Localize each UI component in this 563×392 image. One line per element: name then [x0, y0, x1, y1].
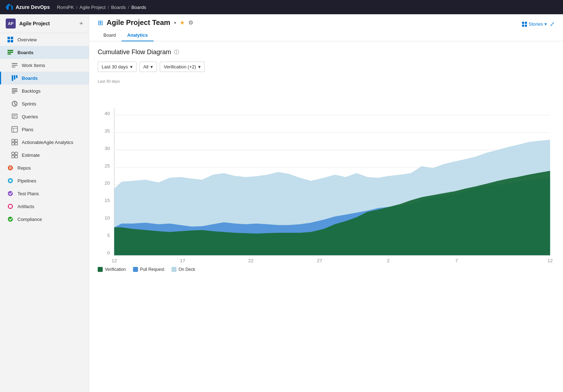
sidebar: AP Agile Project + Overview: [0, 14, 89, 392]
chart-legend: Verification Pull Request On Deck: [98, 267, 554, 272]
svg-rect-35: [9, 180, 11, 182]
svg-text:30: 30: [104, 146, 110, 151]
sidebar-item-compliance-label: Compliance: [17, 217, 42, 222]
sidebar-item-boards[interactable]: Boards: [0, 72, 89, 84]
sidebar-item-overview[interactable]: Overview: [0, 33, 89, 46]
svg-text:12: 12: [547, 258, 553, 263]
svg-rect-15: [12, 91, 17, 92]
sidebar-item-artifacts[interactable]: Artifacts: [0, 200, 89, 213]
team-chevron-icon[interactable]: ▾: [174, 20, 176, 25]
sidebar-item-backlogs[interactable]: Backlogs: [0, 84, 89, 97]
sidebar-item-pipelines-label: Pipelines: [17, 178, 36, 184]
favorite-star-icon[interactable]: ★: [180, 19, 185, 26]
sidebar-item-estimate-label: Estimate: [22, 153, 40, 158]
project-header: AP Agile Project +: [0, 14, 89, 33]
page-title: Agile Project Team: [107, 19, 170, 27]
cfd-chart-container: Last 30 days 0 5 10 15 20 25 30 35 40: [98, 79, 554, 272]
svg-rect-16: [12, 93, 15, 93]
actionable-icon: [11, 139, 18, 146]
sidebar-item-actionable-label: ActionableAgile Analytics: [22, 140, 73, 145]
legend-label-pullrequest: Pull Request: [140, 267, 164, 272]
svg-rect-6: [7, 53, 11, 55]
sidebar-item-plans-label: Plans: [22, 127, 34, 132]
svg-text:15: 15: [104, 198, 110, 203]
boards-section-icon: [7, 49, 14, 56]
add-project-button[interactable]: +: [79, 20, 83, 27]
column-filter[interactable]: Verification (+2) ▾: [160, 62, 205, 72]
backlogs-icon: [11, 87, 18, 94]
svg-rect-14: [12, 90, 17, 91]
sidebar-item-sprints[interactable]: Sprints: [0, 97, 89, 110]
workitems-icon: [11, 62, 18, 69]
page-header: ⊞ Agile Project Team ▾ ★ ⚙ Board Analyti…: [89, 14, 563, 41]
estimate-icon: [11, 151, 18, 159]
artifacts-icon: [7, 203, 14, 210]
sidebar-item-plans[interactable]: Plans: [0, 123, 89, 136]
tab-board[interactable]: Board: [98, 30, 122, 41]
svg-rect-10: [12, 75, 13, 81]
sidebar-section-boards[interactable]: Boards: [0, 46, 89, 59]
pipelines-icon: [7, 177, 14, 184]
chart-area: Cumulative Flow Diagram ⓘ Last 30 days ▾…: [89, 41, 563, 392]
svg-rect-21: [12, 127, 17, 132]
svg-text:R: R: [9, 166, 12, 170]
svg-rect-25: [15, 139, 17, 142]
svg-text:22: 22: [248, 258, 254, 263]
sprints-icon: [11, 100, 18, 107]
legend-swatch-verification: [98, 267, 103, 272]
sidebar-item-backlogs-label: Backlogs: [22, 88, 41, 94]
svg-rect-28: [12, 152, 14, 155]
type-filter[interactable]: All ▾: [139, 62, 157, 72]
legend-swatch-pullrequest: [133, 267, 138, 272]
sidebar-item-pipelines[interactable]: Pipelines: [0, 174, 89, 187]
logo[interactable]: Azure DevOps: [6, 4, 50, 11]
sidebar-item-compliance[interactable]: Compliance: [0, 213, 89, 226]
svg-rect-24: [12, 139, 14, 142]
svg-rect-40: [522, 22, 524, 24]
project-avatar: AP: [6, 19, 16, 29]
sidebar-item-queries[interactable]: Queries: [0, 110, 89, 123]
tab-analytics[interactable]: Analytics: [122, 30, 154, 41]
svg-point-36: [8, 191, 13, 196]
time-range-filter[interactable]: Last 30 days ▾: [98, 62, 137, 72]
sidebar-item-boards-label: Boards: [22, 76, 38, 81]
legend-label-verification: Verification: [105, 267, 126, 272]
overview-icon: [7, 36, 14, 43]
compliance-icon: [7, 216, 14, 223]
svg-text:5: 5: [107, 233, 110, 238]
svg-rect-27: [15, 143, 17, 145]
repos-icon: R: [7, 164, 14, 171]
team-icon: ⊞: [98, 19, 103, 27]
manage-team-icon[interactable]: ⚙: [188, 19, 193, 26]
sidebar-item-actionable[interactable]: ActionableAgile Analytics: [0, 136, 89, 149]
svg-rect-31: [15, 155, 17, 158]
sidebar-item-repos[interactable]: R Repos: [0, 161, 89, 174]
svg-rect-1: [11, 37, 13, 39]
sidebar-item-estimate[interactable]: Estimate: [0, 149, 89, 161]
legend-label-ondeck: On Deck: [179, 267, 195, 272]
svg-text:25: 25: [104, 164, 110, 168]
stories-filter-button[interactable]: Stories ▾: [522, 21, 547, 27]
svg-text:27: 27: [317, 258, 322, 263]
chart-title: Cumulative Flow Diagram: [98, 48, 171, 56]
topbar: Azure DevOps RomiPK / Agile Project / Bo…: [0, 0, 563, 14]
chart-subtitle: Last 30 days: [98, 79, 554, 83]
sidebar-item-testplans[interactable]: Test Plans: [0, 187, 89, 200]
sidebar-item-workitems[interactable]: Work Items: [0, 59, 89, 72]
chart-info-icon[interactable]: ⓘ: [174, 49, 179, 56]
svg-text:35: 35: [104, 129, 110, 133]
svg-text:20: 20: [104, 181, 110, 186]
chart-title-row: Cumulative Flow Diagram ⓘ: [98, 48, 554, 56]
time-range-chevron: ▾: [130, 64, 133, 69]
svg-rect-0: [7, 37, 10, 39]
svg-rect-9: [12, 67, 15, 67]
svg-rect-2: [7, 40, 10, 42]
expand-icon[interactable]: ⤢: [550, 21, 554, 27]
svg-rect-26: [12, 143, 14, 145]
stories-chevron-icon: ▾: [544, 21, 547, 27]
type-label: All: [143, 64, 148, 69]
boards2-icon: [11, 74, 18, 82]
queries-icon: [11, 113, 18, 120]
svg-rect-42: [522, 25, 524, 27]
sidebar-section-boards-label: Boards: [17, 50, 34, 55]
